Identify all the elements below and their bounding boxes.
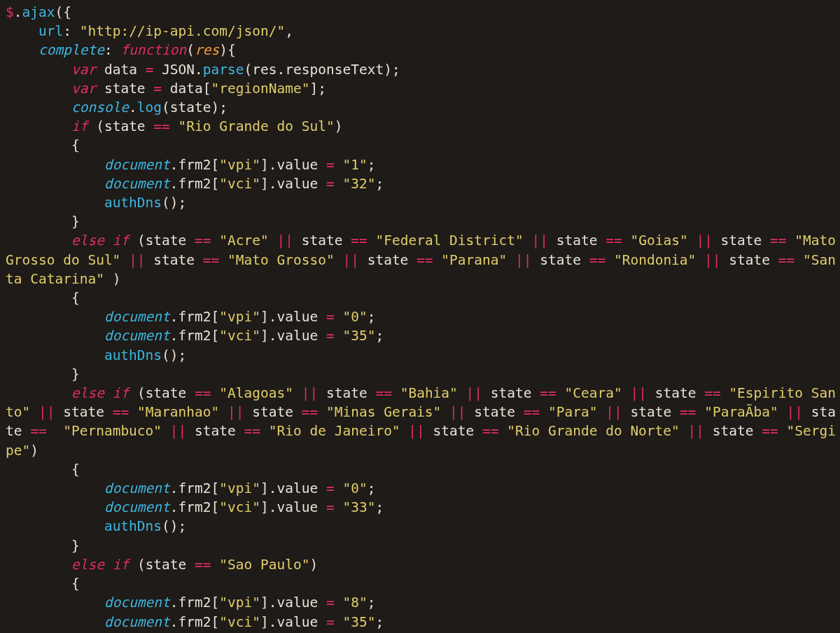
code-line: document.frm2["vpi"].value = "8"; [6, 594, 375, 611]
code-line: document.frm2["vci"].value = "35"; [6, 614, 384, 630]
code-line: else if (state == "Sao Paulo") [6, 557, 318, 573]
code-line: if (state == "Rio Grande do Sul") [6, 118, 342, 134]
code-line: url: "http://ip-api.com/json/", [6, 23, 293, 39]
code-line: } [6, 538, 80, 554]
code-line: authDns(); [6, 347, 186, 363]
code-line: } [6, 214, 80, 230]
code-line: authDns(); [6, 518, 186, 534]
code-line: } [6, 366, 80, 382]
code-line: console.log(state); [6, 99, 227, 116]
code-line: document.frm2["vci"].value = "32"; [6, 176, 384, 192]
code-line: { [6, 461, 80, 478]
code-line: document.frm2["vpi"].value = "1"; [6, 157, 375, 173]
code-line: complete: function(res){ [6, 42, 236, 58]
code-line: $.ajax({ [6, 4, 71, 20]
code-line: { [6, 290, 80, 306]
code-line: authDns(); [6, 195, 186, 211]
code-line: document.frm2["vci"].value = "33"; [6, 499, 384, 515]
code-line: var state = data["regionName"]; [6, 81, 326, 97]
code-line: { [6, 137, 80, 153]
code-line: else if (state == "Alagoas" || state == … [6, 385, 836, 459]
code-editor[interactable]: $.ajax({ url: "http://ip-api.com/json/",… [0, 0, 840, 633]
code-line: else if (state == "Acre" || state == "Fe… [6, 232, 840, 286]
code-line: document.frm2["vpi"].value = "0"; [6, 480, 375, 496]
code-line: document.frm2["vpi"].value = "0"; [6, 309, 375, 325]
code-line: var data = JSON.parse(res.responseText); [6, 62, 400, 78]
code-line: { [6, 576, 80, 592]
code-line: document.frm2["vci"].value = "35"; [6, 328, 384, 344]
